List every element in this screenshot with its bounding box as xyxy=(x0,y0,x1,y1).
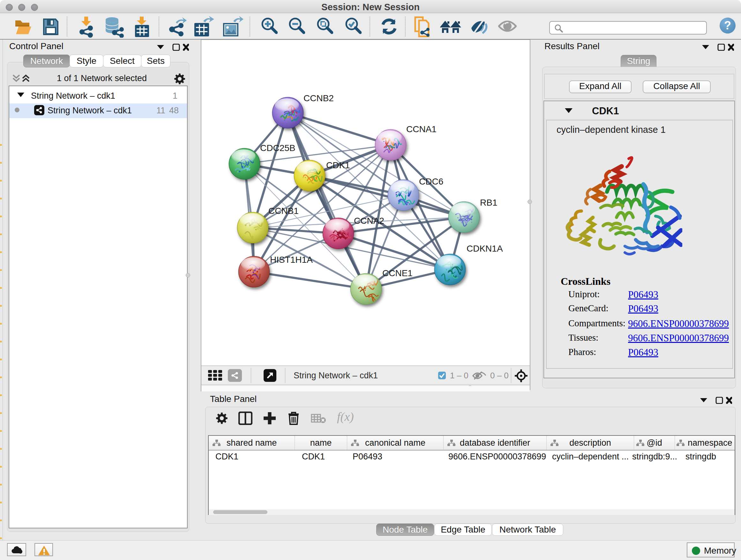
svg-text:CCNE1: CCNE1 xyxy=(382,268,413,278)
svg-text:RB1: RB1 xyxy=(480,198,497,207)
svg-text:CCNB1: CCNB1 xyxy=(268,206,299,216)
svg-text:HIST1H1A: HIST1H1A xyxy=(270,255,313,265)
svg-text:CCNB2: CCNB2 xyxy=(304,93,334,103)
svg-text:CDK1: CDK1 xyxy=(326,160,350,170)
svg-text:CDC6: CDC6 xyxy=(419,177,443,186)
svg-text:CCNA2: CCNA2 xyxy=(354,216,384,226)
svg-text:CCNA1: CCNA1 xyxy=(406,124,436,134)
svg-text:CDKN1A: CDKN1A xyxy=(467,244,503,253)
svg-text:CDC25B: CDC25B xyxy=(260,143,295,153)
